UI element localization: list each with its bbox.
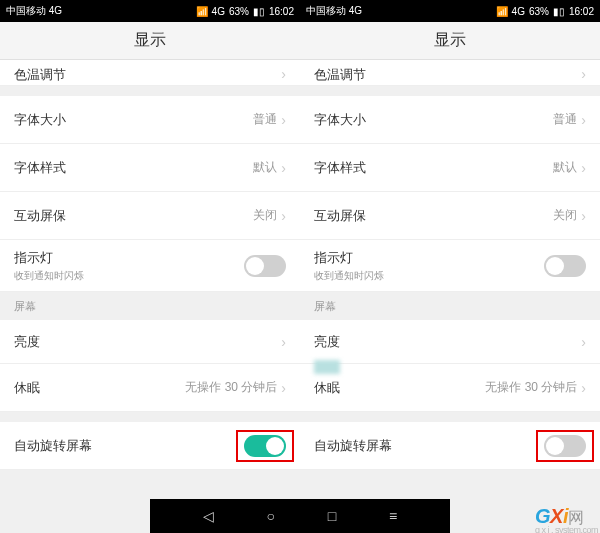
row-brightness[interactable]: 亮度 › bbox=[300, 320, 600, 364]
row-color-temp[interactable]: 色温调节 › bbox=[300, 60, 600, 86]
led-toggle[interactable] bbox=[544, 255, 586, 277]
settings-list: 色温调节 › 字体大小 普通› 字体样式 默认› 互动屏保 关闭› 指示灯 收到… bbox=[300, 60, 600, 533]
font-style-label: 字体样式 bbox=[314, 159, 366, 177]
led-sub: 收到通知时闪烁 bbox=[314, 269, 384, 283]
font-size-value: 普通 bbox=[253, 111, 277, 128]
status-bar: 中国移动 4G 📶 4G 63% ▮▯ 16:02 bbox=[0, 0, 300, 22]
font-style-label: 字体样式 bbox=[14, 159, 66, 177]
daydream-value: 关闭 bbox=[553, 207, 577, 224]
blur-artifact bbox=[314, 360, 340, 374]
sleep-label: 休眠 bbox=[14, 379, 40, 397]
font-style-value: 默认 bbox=[253, 159, 277, 176]
row-led[interactable]: 指示灯 收到通知时闪烁 bbox=[0, 240, 300, 292]
row-font-size[interactable]: 字体大小 普通› bbox=[300, 96, 600, 144]
battery-icon: ▮▯ bbox=[553, 6, 565, 17]
row-sleep[interactable]: 休眠 无操作 30 分钟后› bbox=[0, 364, 300, 412]
row-color-temp[interactable]: 色温调节 › bbox=[0, 60, 300, 86]
row-daydream[interactable]: 互动屏保 关闭› bbox=[300, 192, 600, 240]
page-title: 显示 bbox=[300, 22, 600, 60]
page-title: 显示 bbox=[0, 22, 300, 60]
nav-home-icon[interactable]: ○ bbox=[267, 508, 275, 524]
chevron-right-icon: › bbox=[581, 208, 586, 224]
brightness-label: 亮度 bbox=[14, 333, 40, 351]
row-auto-rotate[interactable]: 自动旋转屏幕 bbox=[300, 422, 600, 470]
row-font-style[interactable]: 字体样式 默认› bbox=[0, 144, 300, 192]
chevron-right-icon: › bbox=[581, 334, 586, 350]
chevron-right-icon: › bbox=[281, 66, 286, 82]
wifi-icon: 📶 bbox=[496, 6, 508, 17]
chevron-right-icon: › bbox=[281, 334, 286, 350]
auto-rotate-toggle-on[interactable] bbox=[244, 435, 286, 457]
phone-right: 中国移动 4G 📶 4G 63% ▮▯ 16:02 显示 色温调节 › 字体大小… bbox=[300, 0, 600, 533]
android-nav-bar: ◁ ○ □ ≡ bbox=[150, 499, 450, 533]
nav-recent-icon[interactable]: □ bbox=[328, 508, 336, 524]
led-toggle[interactable] bbox=[244, 255, 286, 277]
row-daydream[interactable]: 互动屏保 关闭› bbox=[0, 192, 300, 240]
battery-icon: ▮▯ bbox=[253, 6, 265, 17]
section-screen: 屏幕 bbox=[0, 292, 300, 320]
sleep-value: 无操作 30 分钟后 bbox=[185, 379, 277, 396]
sleep-label: 休眠 bbox=[314, 379, 340, 397]
clock-text: 16:02 bbox=[269, 6, 294, 17]
carrier-text: 中国移动 4G bbox=[306, 4, 362, 18]
chevron-right-icon: › bbox=[281, 208, 286, 224]
row-led[interactable]: 指示灯 收到通知时闪烁 bbox=[300, 240, 600, 292]
font-style-value: 默认 bbox=[553, 159, 577, 176]
chevron-right-icon: › bbox=[281, 380, 286, 396]
carrier-text: 中国移动 4G bbox=[6, 4, 62, 18]
net-indicator: 4G bbox=[212, 6, 225, 17]
row-font-style[interactable]: 字体样式 默认› bbox=[300, 144, 600, 192]
chevron-right-icon: › bbox=[581, 112, 586, 128]
nav-back-icon[interactable]: ◁ bbox=[203, 508, 214, 524]
row-font-size[interactable]: 字体大小 普通› bbox=[0, 96, 300, 144]
status-bar: 中国移动 4G 📶 4G 63% ▮▯ 16:02 bbox=[300, 0, 600, 22]
net-indicator: 4G bbox=[512, 6, 525, 17]
chevron-right-icon: › bbox=[581, 66, 586, 82]
brightness-label: 亮度 bbox=[314, 333, 340, 351]
chevron-right-icon: › bbox=[281, 112, 286, 128]
daydream-label: 互动屏保 bbox=[14, 207, 66, 225]
row-sleep[interactable]: 休眠 无操作 30 分钟后› bbox=[300, 364, 600, 412]
chevron-right-icon: › bbox=[581, 160, 586, 176]
battery-text: 63% bbox=[529, 6, 549, 17]
settings-list: 色温调节 › 字体大小 普通› 字体样式 默认› 互动屏保 关闭› 指示灯 收到… bbox=[0, 60, 300, 533]
daydream-value: 关闭 bbox=[253, 207, 277, 224]
row-auto-rotate[interactable]: 自动旋转屏幕 bbox=[0, 422, 300, 470]
section-screen: 屏幕 bbox=[300, 292, 600, 320]
clock-text: 16:02 bbox=[569, 6, 594, 17]
nav-menu-icon[interactable]: ≡ bbox=[389, 508, 397, 524]
chevron-right-icon: › bbox=[581, 380, 586, 396]
color-temp-label: 色温调节 bbox=[14, 66, 66, 84]
color-temp-label: 色温调节 bbox=[314, 66, 366, 84]
battery-text: 63% bbox=[229, 6, 249, 17]
led-label: 指示灯 bbox=[314, 249, 384, 267]
led-sub: 收到通知时闪烁 bbox=[14, 269, 84, 283]
phone-left: 中国移动 4G 📶 4G 63% ▮▯ 16:02 显示 色温调节 › 字体大小… bbox=[0, 0, 300, 533]
row-brightness[interactable]: 亮度 › bbox=[0, 320, 300, 364]
auto-rotate-label: 自动旋转屏幕 bbox=[14, 437, 92, 455]
watermark: GXi网 g x i . system.com bbox=[535, 505, 598, 533]
auto-rotate-label: 自动旋转屏幕 bbox=[314, 437, 392, 455]
font-size-label: 字体大小 bbox=[14, 111, 66, 129]
wifi-icon: 📶 bbox=[196, 6, 208, 17]
auto-rotate-toggle-off[interactable] bbox=[544, 435, 586, 457]
chevron-right-icon: › bbox=[281, 160, 286, 176]
sleep-value: 无操作 30 分钟后 bbox=[485, 379, 577, 396]
font-size-label: 字体大小 bbox=[314, 111, 366, 129]
led-label: 指示灯 bbox=[14, 249, 84, 267]
daydream-label: 互动屏保 bbox=[314, 207, 366, 225]
font-size-value: 普通 bbox=[553, 111, 577, 128]
